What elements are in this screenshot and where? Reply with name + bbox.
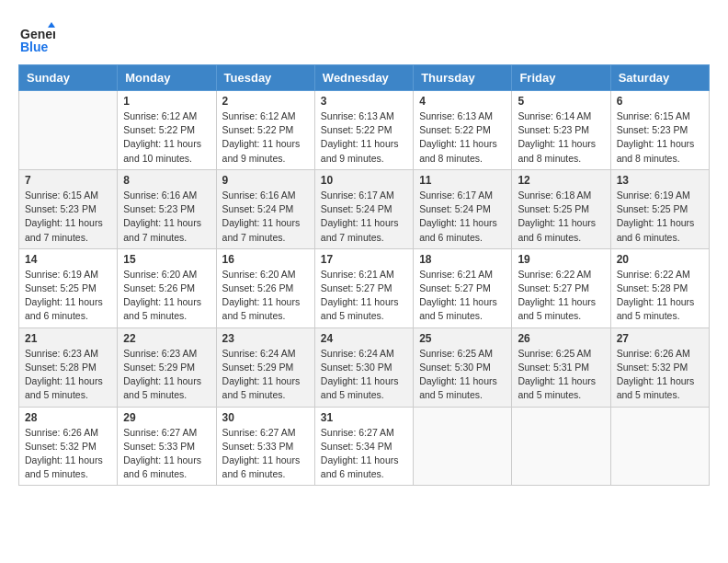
calendar-day-cell: 24 Sunrise: 6:24 AM Sunset: 5:30 PM Dayl… bbox=[314, 327, 413, 407]
calendar-day-cell: 5 Sunrise: 6:14 AM Sunset: 5:23 PM Dayli… bbox=[512, 91, 610, 170]
sunrise-label: Sunrise: 6:24 AM bbox=[222, 348, 296, 359]
daylight-label: Daylight: 11 hours and 5 minutes. bbox=[518, 375, 596, 400]
daylight-label: Daylight: 11 hours and 5 minutes. bbox=[123, 375, 201, 400]
day-number: 9 bbox=[222, 174, 309, 187]
sunrise-label: Sunrise: 6:17 AM bbox=[321, 190, 394, 201]
day-info: Sunrise: 6:25 AM Sunset: 5:31 PM Dayligh… bbox=[518, 347, 604, 403]
calendar-week-row: 7 Sunrise: 6:15 AM Sunset: 5:23 PM Dayli… bbox=[19, 169, 710, 248]
daylight-label: Daylight: 11 hours and 5 minutes. bbox=[222, 296, 301, 321]
daylight-label: Daylight: 11 hours and 5 minutes. bbox=[123, 296, 201, 321]
daylight-label: Daylight: 11 hours and 6 minutes. bbox=[123, 454, 201, 479]
sunset-label: Sunset: 5:33 PM bbox=[222, 441, 294, 452]
sunset-label: Sunset: 5:22 PM bbox=[321, 124, 392, 135]
day-number: 30 bbox=[222, 411, 309, 424]
calendar-day-cell: 15 Sunrise: 6:20 AM Sunset: 5:26 PM Dayl… bbox=[118, 248, 216, 327]
calendar-day-cell: 26 Sunrise: 6:25 AM Sunset: 5:31 PM Dayl… bbox=[512, 327, 610, 407]
calendar-day-cell: 13 Sunrise: 6:19 AM Sunset: 5:25 PM Dayl… bbox=[610, 169, 709, 248]
calendar-day-cell: 21 Sunrise: 6:23 AM Sunset: 5:28 PM Dayl… bbox=[19, 327, 118, 407]
day-number: 27 bbox=[617, 332, 703, 345]
day-info: Sunrise: 6:23 AM Sunset: 5:29 PM Dayligh… bbox=[123, 347, 210, 403]
day-number: 23 bbox=[222, 332, 309, 345]
day-number: 19 bbox=[518, 253, 604, 266]
sunrise-label: Sunrise: 6:25 AM bbox=[518, 348, 591, 359]
day-info: Sunrise: 6:21 AM Sunset: 5:27 PM Dayligh… bbox=[419, 268, 506, 324]
day-number: 26 bbox=[518, 332, 604, 345]
day-info: Sunrise: 6:17 AM Sunset: 5:24 PM Dayligh… bbox=[419, 189, 506, 245]
calendar-day-cell bbox=[512, 407, 610, 486]
sunrise-label: Sunrise: 6:22 AM bbox=[617, 269, 690, 280]
daylight-label: Daylight: 11 hours and 5 minutes. bbox=[222, 375, 301, 400]
calendar-header-row: SundayMondayTuesdayWednesdayThursdayFrid… bbox=[19, 65, 710, 91]
day-number: 24 bbox=[321, 332, 407, 345]
day-info: Sunrise: 6:20 AM Sunset: 5:26 PM Dayligh… bbox=[222, 268, 309, 324]
calendar-week-row: 28 Sunrise: 6:26 AM Sunset: 5:32 PM Dayl… bbox=[19, 407, 710, 486]
daylight-label: Daylight: 11 hours and 5 minutes. bbox=[321, 375, 399, 400]
calendar-day-cell: 29 Sunrise: 6:27 AM Sunset: 5:33 PM Dayl… bbox=[118, 407, 216, 486]
sunrise-label: Sunrise: 6:21 AM bbox=[321, 269, 394, 280]
daylight-label: Daylight: 11 hours and 5 minutes. bbox=[25, 454, 103, 479]
calendar-day-cell: 7 Sunrise: 6:15 AM Sunset: 5:23 PM Dayli… bbox=[19, 169, 118, 248]
sunrise-label: Sunrise: 6:15 AM bbox=[617, 110, 690, 121]
sunset-label: Sunset: 5:30 PM bbox=[419, 362, 491, 373]
sunset-label: Sunset: 5:29 PM bbox=[222, 362, 294, 373]
day-info: Sunrise: 6:24 AM Sunset: 5:30 PM Dayligh… bbox=[321, 347, 407, 403]
sunset-label: Sunset: 5:23 PM bbox=[123, 203, 195, 214]
daylight-label: Daylight: 11 hours and 8 minutes. bbox=[617, 138, 695, 163]
day-info: Sunrise: 6:22 AM Sunset: 5:27 PM Dayligh… bbox=[518, 268, 604, 324]
calendar-day-cell: 4 Sunrise: 6:13 AM Sunset: 5:22 PM Dayli… bbox=[414, 91, 512, 170]
sunrise-label: Sunrise: 6:27 AM bbox=[123, 427, 197, 438]
weekday-header: Friday bbox=[512, 65, 610, 91]
daylight-label: Daylight: 11 hours and 9 minutes. bbox=[321, 138, 399, 163]
daylight-label: Daylight: 11 hours and 7 minutes. bbox=[222, 217, 301, 242]
day-number: 28 bbox=[25, 411, 111, 424]
calendar-day-cell: 10 Sunrise: 6:17 AM Sunset: 5:24 PM Dayl… bbox=[314, 169, 413, 248]
sunrise-label: Sunrise: 6:12 AM bbox=[222, 110, 296, 121]
weekday-header: Monday bbox=[118, 65, 216, 91]
page-header: General Blue bbox=[18, 18, 710, 55]
day-info: Sunrise: 6:15 AM Sunset: 5:23 PM Dayligh… bbox=[25, 189, 111, 245]
sunrise-label: Sunrise: 6:16 AM bbox=[123, 190, 197, 201]
calendar-day-cell: 1 Sunrise: 6:12 AM Sunset: 5:22 PM Dayli… bbox=[118, 91, 216, 170]
daylight-label: Daylight: 11 hours and 5 minutes. bbox=[617, 375, 695, 400]
day-number: 1 bbox=[123, 95, 210, 108]
daylight-label: Daylight: 11 hours and 8 minutes. bbox=[419, 138, 497, 163]
day-number: 8 bbox=[123, 174, 210, 187]
sunset-label: Sunset: 5:26 PM bbox=[222, 282, 294, 293]
sunset-label: Sunset: 5:25 PM bbox=[25, 282, 97, 293]
weekday-header: Wednesday bbox=[314, 65, 413, 91]
sunrise-label: Sunrise: 6:24 AM bbox=[321, 348, 394, 359]
day-number: 10 bbox=[321, 174, 407, 187]
calendar-day-cell: 14 Sunrise: 6:19 AM Sunset: 5:25 PM Dayl… bbox=[19, 248, 118, 327]
sunset-label: Sunset: 5:30 PM bbox=[321, 362, 392, 373]
day-number: 12 bbox=[518, 174, 604, 187]
day-info: Sunrise: 6:19 AM Sunset: 5:25 PM Dayligh… bbox=[617, 189, 703, 245]
day-number: 6 bbox=[617, 95, 703, 108]
day-number: 15 bbox=[123, 253, 210, 266]
daylight-label: Daylight: 11 hours and 5 minutes. bbox=[419, 296, 497, 321]
day-number: 17 bbox=[321, 253, 407, 266]
calendar-day-cell: 17 Sunrise: 6:21 AM Sunset: 5:27 PM Dayl… bbox=[314, 248, 413, 327]
calendar-day-cell: 8 Sunrise: 6:16 AM Sunset: 5:23 PM Dayli… bbox=[118, 169, 216, 248]
sunrise-label: Sunrise: 6:26 AM bbox=[25, 427, 98, 438]
calendar-day-cell: 25 Sunrise: 6:25 AM Sunset: 5:30 PM Dayl… bbox=[414, 327, 512, 407]
sunrise-label: Sunrise: 6:23 AM bbox=[25, 348, 98, 359]
sunrise-label: Sunrise: 6:16 AM bbox=[222, 190, 296, 201]
calendar-day-cell: 6 Sunrise: 6:15 AM Sunset: 5:23 PM Dayli… bbox=[610, 91, 709, 170]
sunset-label: Sunset: 5:22 PM bbox=[222, 124, 294, 135]
day-number: 25 bbox=[419, 332, 506, 345]
day-info: Sunrise: 6:15 AM Sunset: 5:23 PM Dayligh… bbox=[617, 109, 703, 166]
sunrise-label: Sunrise: 6:19 AM bbox=[25, 269, 98, 280]
sunset-label: Sunset: 5:25 PM bbox=[518, 203, 589, 214]
calendar-day-cell: 28 Sunrise: 6:26 AM Sunset: 5:32 PM Dayl… bbox=[19, 407, 118, 486]
calendar-day-cell: 31 Sunrise: 6:27 AM Sunset: 5:34 PM Dayl… bbox=[314, 407, 413, 486]
day-info: Sunrise: 6:13 AM Sunset: 5:22 PM Dayligh… bbox=[419, 109, 506, 166]
sunrise-label: Sunrise: 6:12 AM bbox=[123, 110, 197, 121]
sunrise-label: Sunrise: 6:20 AM bbox=[222, 269, 296, 280]
daylight-label: Daylight: 11 hours and 5 minutes. bbox=[617, 296, 695, 321]
day-info: Sunrise: 6:26 AM Sunset: 5:32 PM Dayligh… bbox=[617, 347, 703, 403]
sunset-label: Sunset: 5:23 PM bbox=[617, 124, 688, 135]
sunset-label: Sunset: 5:27 PM bbox=[518, 282, 589, 293]
day-number: 7 bbox=[25, 174, 111, 187]
sunset-label: Sunset: 5:27 PM bbox=[321, 282, 392, 293]
daylight-label: Daylight: 11 hours and 6 minutes. bbox=[321, 454, 399, 479]
